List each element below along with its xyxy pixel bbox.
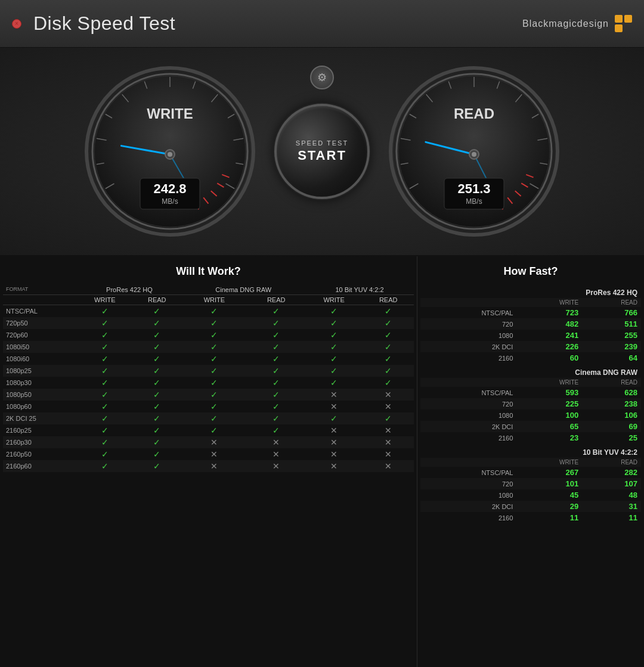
settings-button[interactable]: ⚙ <box>310 66 334 89</box>
read-value: 106 <box>582 409 641 421</box>
row-label: NTSC/PAL <box>420 307 516 318</box>
check-icon: ✓ <box>330 342 338 352</box>
check-cell: ✕ <box>363 460 414 472</box>
check-cell: ✓ <box>305 412 363 424</box>
data-row: 21601111 <box>420 512 641 523</box>
read-value: 255 <box>582 330 641 341</box>
check-icon: ✓ <box>330 354 338 364</box>
check-icon: ✓ <box>210 366 218 376</box>
how-fast-table: 10 Bit YUV 4:2:2WRITEREADNTSC/PAL2672827… <box>420 443 641 523</box>
row-label: 2160 <box>420 512 516 523</box>
check-cell: ✓ <box>78 424 133 436</box>
data-row: 2K DCI2931 <box>420 501 641 512</box>
check-icon: ✓ <box>101 390 109 399</box>
check-cell: ✓ <box>363 317 414 329</box>
check-cell: ✓ <box>305 341 363 353</box>
cross-icon: ✕ <box>330 402 338 411</box>
check-cell: ✓ <box>363 305 414 318</box>
format-cell: 2160p30 <box>3 436 78 448</box>
svg-text:READ: READ <box>454 106 494 122</box>
cross-icon: ✕ <box>385 449 392 459</box>
check-icon: ✓ <box>385 330 392 340</box>
row-label: NTSC/PAL <box>420 467 516 478</box>
prores-write-header: WRITE <box>78 295 133 305</box>
check-cell: ✓ <box>363 329 414 341</box>
check-cell: ✓ <box>78 317 133 329</box>
start-button[interactable]: SPEED TEST START <box>274 104 370 199</box>
read-value: 69 <box>582 421 641 432</box>
read-gauge: READ 251.3 MB/s <box>382 59 566 244</box>
row-label: 2160 <box>420 432 516 443</box>
row-label: 1080 <box>420 330 516 341</box>
write-value: 60 <box>516 352 582 364</box>
brand-square-4 <box>624 24 632 32</box>
check-icon: ✓ <box>330 366 338 376</box>
check-cell: ✓ <box>78 329 133 341</box>
format-col-header: FORMAT <box>3 284 78 295</box>
format-cell: 720p60 <box>3 329 78 341</box>
format-cell: 2160p25 <box>3 424 78 436</box>
check-cell: ✓ <box>78 353 133 365</box>
read-value: 31 <box>582 501 641 512</box>
format-cell: 1080p60 <box>3 401 78 412</box>
check-icon: ✓ <box>153 426 160 435</box>
check-cell: ✓ <box>247 329 305 341</box>
write-value: 482 <box>516 318 582 330</box>
brand-icon <box>615 15 632 32</box>
write-value: 11 <box>516 512 582 523</box>
check-cell: ✕ <box>305 389 363 401</box>
table-row: 1080i50✓✓✓✓✓✓ <box>3 341 414 353</box>
check-icon: ✓ <box>153 354 160 364</box>
write-col-header: WRITE <box>516 378 582 387</box>
svg-text:WRITE: WRITE <box>147 106 193 122</box>
check-cell: ✓ <box>363 353 414 365</box>
cross-icon: ✕ <box>330 390 338 399</box>
check-icon: ✓ <box>101 438 109 447</box>
data-row: 720101107 <box>420 478 641 489</box>
write-value: 241 <box>516 330 582 341</box>
format-cell: 1080p30 <box>3 377 78 389</box>
check-icon: ✓ <box>385 354 392 364</box>
write-value: 267 <box>516 467 582 478</box>
read-gauge-svg: READ 251.3 MB/s <box>385 62 564 241</box>
brand-logo: Blackmagicdesign <box>522 15 632 32</box>
format-cell: 1080i60 <box>3 353 78 365</box>
check-icon: ✓ <box>273 402 280 411</box>
data-row: NTSC/PAL723766 <box>420 307 641 318</box>
cross-icon: ✕ <box>273 449 280 459</box>
check-cell: ✓ <box>132 305 181 318</box>
table-row: 1080p25✓✓✓✓✓✓ <box>3 365 414 377</box>
read-value: 766 <box>582 307 641 318</box>
write-gauge: WRITE 242.8 MB/s <box>78 59 262 244</box>
gear-icon: ⚙ <box>317 71 327 84</box>
svg-text:251.3: 251.3 <box>457 181 490 196</box>
check-cell: ✕ <box>181 448 247 460</box>
check-cell: ✓ <box>181 365 247 377</box>
cross-icon: ✕ <box>330 449 338 459</box>
check-cell: ✓ <box>78 401 133 412</box>
row-label: 2K DCI <box>420 501 516 512</box>
row-label: 720 <box>420 398 516 409</box>
read-value: 107 <box>582 478 641 489</box>
check-icon: ✓ <box>153 318 160 328</box>
row-label: 720 <box>420 318 516 330</box>
check-cell: ✓ <box>78 377 133 389</box>
format-cell: 1080p25 <box>3 365 78 377</box>
read-value: 628 <box>582 387 641 398</box>
close-button[interactable]: × <box>12 19 21 29</box>
read-value: 48 <box>582 489 641 501</box>
check-icon: ✓ <box>385 414 392 423</box>
yuv-write-header: WRITE <box>305 295 363 305</box>
check-cell: ✓ <box>363 377 414 389</box>
write-value: 45 <box>516 489 582 501</box>
check-icon: ✓ <box>153 449 160 459</box>
check-icon: ✓ <box>153 306 160 316</box>
check-cell: ✕ <box>305 448 363 460</box>
svg-point-27 <box>168 152 172 157</box>
cross-icon: ✕ <box>330 461 338 471</box>
check-icon: ✓ <box>101 402 109 411</box>
brand-square-3 <box>615 24 623 32</box>
read-col-header: READ <box>582 458 641 467</box>
read-col-header: READ <box>582 378 641 387</box>
table-row: 1080p50✓✓✓✓✕✕ <box>3 389 414 401</box>
